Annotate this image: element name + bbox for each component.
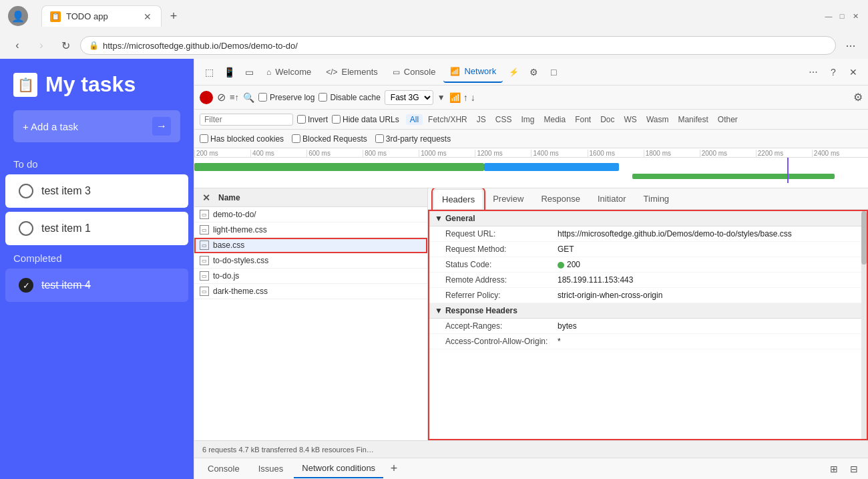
hide-data-urls-input[interactable] xyxy=(332,115,341,124)
filter-btn-wasm[interactable]: Wasm xyxy=(642,114,673,125)
back-button[interactable]: ‹ xyxy=(8,36,27,55)
todo-title-row: 📋 My tasks xyxy=(13,72,180,97)
record-button[interactable] xyxy=(200,91,213,104)
devtools-help-button[interactable]: ? xyxy=(824,63,843,82)
third-party-input[interactable] xyxy=(375,134,384,143)
todo-item-1[interactable]: test item 1 xyxy=(5,212,188,245)
scrollbar-track[interactable] xyxy=(861,211,867,439)
filter-bar: Invert Hide data URLs All Fetch/XHR JS C… xyxy=(194,110,868,130)
blocked-cookies-input[interactable] xyxy=(200,134,208,143)
more-button[interactable]: ··· xyxy=(841,36,860,55)
details-tab-initiator[interactable]: Initiator xyxy=(590,189,634,209)
network-row-light-theme[interactable]: ▭ light-theme.css xyxy=(194,222,427,238)
todo-item-4[interactable]: ✓ test item 4 xyxy=(5,269,188,302)
close-button[interactable]: ✕ xyxy=(851,11,860,21)
invert-checkbox[interactable]: Invert xyxy=(297,115,328,124)
close-panel-button[interactable]: ✕ xyxy=(200,191,213,204)
performance-icon-button[interactable]: ⚡ xyxy=(504,63,523,82)
scrollbar-thumb[interactable] xyxy=(861,211,867,265)
network-row-to-do-styles[interactable]: ▭ to-do-styles.css xyxy=(194,253,427,269)
details-content[interactable]: ▼ General Request URL: https://microsoft… xyxy=(428,210,868,440)
devtools-tab-network[interactable]: 📶 Network xyxy=(443,61,503,83)
settings-button[interactable]: ⚙ xyxy=(524,63,543,82)
disable-cache-input[interactable] xyxy=(318,93,327,102)
general-collapse-icon[interactable]: ▼ xyxy=(435,214,443,223)
filter-btn-js[interactable]: JS xyxy=(473,114,490,125)
details-tab-preview[interactable]: Preview xyxy=(485,189,531,209)
devtools-more-button[interactable]: ··· xyxy=(804,63,823,82)
devtools-tab-welcome[interactable]: ⌂ Welcome xyxy=(260,61,318,83)
filter-btn-other[interactable]: Other xyxy=(714,114,742,125)
filter-btn-font[interactable]: Font xyxy=(571,114,595,125)
filter-input[interactable] xyxy=(200,114,293,126)
filter-btn-ws[interactable]: WS xyxy=(620,114,641,125)
devtools-close-button[interactable]: ✕ xyxy=(844,63,863,82)
bottom-tab-issues[interactable]: Issues xyxy=(250,460,292,478)
accept-ranges-value: bytes xyxy=(558,321,577,331)
details-tab-headers[interactable]: Headers xyxy=(433,189,483,209)
blocked-requests-input[interactable] xyxy=(292,134,300,143)
bottom-tab-console[interactable]: Console xyxy=(200,460,248,478)
download-icon[interactable]: ↓ xyxy=(471,92,475,103)
add-task-button[interactable]: + Add a task → xyxy=(13,110,180,142)
network-row-dark-theme[interactable]: ▭ dark-theme.css xyxy=(194,284,427,299)
filter-btn-manifest[interactable]: Manifest xyxy=(674,114,712,125)
file-icon-to-do-styles: ▭ xyxy=(200,256,209,265)
device-emulation-button[interactable]: □ xyxy=(544,63,563,82)
invert-input[interactable] xyxy=(297,115,306,124)
timeline-bar-2 xyxy=(484,163,619,171)
filter-toggle-button[interactable]: ≡↑ xyxy=(230,92,239,102)
sidebar-toggle-button[interactable]: ▭ xyxy=(240,63,258,82)
device-toolbar-button[interactable]: 📱 xyxy=(220,63,238,82)
third-party-checkbox[interactable]: 3rd-party requests xyxy=(375,134,451,144)
disable-cache-checkbox[interactable]: Disable cache xyxy=(318,93,380,102)
wifi-icon[interactable]: 📶 xyxy=(449,92,461,103)
throttle-select[interactable]: Fast 3G xyxy=(385,90,433,105)
new-tab-button[interactable]: + xyxy=(164,7,183,25)
blocked-cookies-checkbox[interactable]: Has blocked cookies xyxy=(200,134,284,144)
devtools-tab-console[interactable]: ▭ Console xyxy=(386,61,443,83)
details-tab-response[interactable]: Response xyxy=(533,189,588,209)
undock-icon[interactable]: ⊞ xyxy=(825,460,843,478)
clear-button[interactable]: ⊘ xyxy=(217,91,226,104)
filter-btn-all[interactable]: All xyxy=(406,114,423,125)
network-row-base-css[interactable]: ▭ base.css xyxy=(194,238,427,253)
todo-checkbox-3[interactable] xyxy=(19,184,33,198)
bottom-tab-network-conditions[interactable]: Network conditions xyxy=(294,460,383,478)
access-control-key: Access-Control-Allow-Origin: xyxy=(445,337,552,346)
search-button[interactable]: 🔍 xyxy=(243,92,254,103)
preserve-log-checkbox[interactable]: Preserve log xyxy=(258,93,314,102)
minimize-button[interactable]: — xyxy=(824,11,833,21)
filter-btn-img[interactable]: Img xyxy=(517,114,538,125)
hide-data-urls-checkbox[interactable]: Hide data URLs xyxy=(332,115,399,124)
network-row-demo-to-do[interactable]: ▭ demo-to-do/ xyxy=(194,207,427,222)
filter-btn-fetchxhr[interactable]: Fetch/XHR xyxy=(424,114,471,125)
network-row-to-do-js[interactable]: ▭ to-do.js xyxy=(194,269,427,284)
dock-icon[interactable]: ⊟ xyxy=(845,460,863,478)
url-bar[interactable]: 🔒 https://microsoftedge.github.io/Demos/… xyxy=(80,36,836,55)
timeline-area[interactable]: 200 ms 400 ms 600 ms 800 ms 1000 ms 1200… xyxy=(194,148,868,188)
profile-icon[interactable]: 👤 xyxy=(8,6,28,26)
blocked-requests-checkbox[interactable]: Blocked Requests xyxy=(292,134,367,144)
tab-close-button[interactable]: ✕ xyxy=(142,10,153,23)
filter-btn-css[interactable]: CSS xyxy=(491,114,516,125)
devtools-tab-elements[interactable]: </> Elements xyxy=(319,61,385,83)
details-tab-timing[interactable]: Timing xyxy=(636,189,678,209)
remote-address-row: Remote Address: 185.199.111.153:443 xyxy=(429,273,867,288)
inspect-element-button[interactable]: ⬚ xyxy=(200,63,218,82)
todo-checkbox-4[interactable]: ✓ xyxy=(19,278,33,293)
refresh-button[interactable]: ↻ xyxy=(56,36,75,55)
forward-button[interactable]: › xyxy=(32,36,51,55)
add-bottom-tab-button[interactable]: + xyxy=(386,461,402,477)
preserve-log-input[interactable] xyxy=(258,93,267,102)
filter-btn-media[interactable]: Media xyxy=(539,114,570,125)
response-headers-collapse-icon[interactable]: ▼ xyxy=(435,306,443,315)
network-settings-icon[interactable]: ⚙ xyxy=(853,91,863,104)
maximize-button[interactable]: □ xyxy=(837,11,847,21)
throttle-down-icon[interactable]: ▼ xyxy=(437,93,445,102)
browser-tab[interactable]: 📋 TODO app ✕ xyxy=(41,5,162,27)
filter-btn-doc[interactable]: Doc xyxy=(596,114,618,125)
todo-checkbox-1[interactable] xyxy=(19,221,33,236)
todo-item-3[interactable]: test item 3 xyxy=(5,174,188,208)
upload-icon[interactable]: ↑ xyxy=(463,92,468,103)
